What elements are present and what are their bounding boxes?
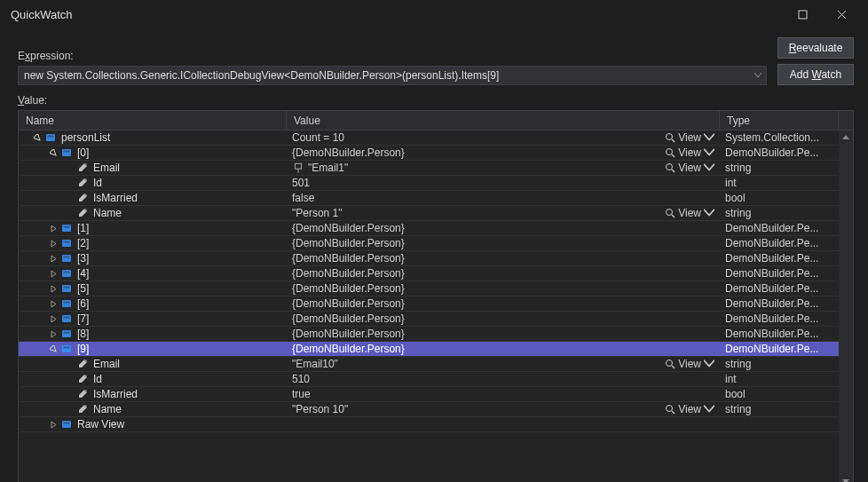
expression-dropdown-icon[interactable] <box>750 73 766 78</box>
table-row[interactable]: [7]{DemoNBuilder.Person}DemoNBuilder.Pe.… <box>19 312 853 327</box>
row-name: Email <box>91 162 120 174</box>
svg-rect-22 <box>62 285 71 292</box>
expression-combo[interactable] <box>18 66 767 85</box>
row-name: [7] <box>75 312 89 325</box>
row-value[interactable]: {DemoNBuilder.Person} <box>292 343 720 355</box>
row-name: [1] <box>75 222 89 234</box>
object-icon <box>59 417 74 431</box>
svg-rect-39 <box>64 423 70 424</box>
chevron-right-icon[interactable] <box>47 418 59 431</box>
table-row[interactable]: Email"Email1"Viewstring <box>19 161 853 176</box>
svg-rect-31 <box>64 347 70 349</box>
chevron-right-icon[interactable] <box>47 237 59 249</box>
table-row[interactable]: IsMarriedfalsebool <box>19 191 853 206</box>
row-value[interactable]: true <box>292 388 720 400</box>
chevron-down-icon[interactable] <box>31 131 43 144</box>
svg-point-9 <box>667 164 673 170</box>
chevron-right-icon[interactable] <box>47 297 59 310</box>
row-value[interactable]: Count = 10 <box>292 131 665 144</box>
scroll-up-icon[interactable] <box>839 130 853 145</box>
row-value[interactable]: {DemoNBuilder.Person} <box>292 328 720 340</box>
table-row[interactable]: personListCount = 10ViewSystem.Collectio… <box>19 130 853 146</box>
svg-rect-14 <box>62 225 71 232</box>
pin-icon[interactable] <box>292 162 304 174</box>
wrench-icon <box>75 176 90 190</box>
chevron-down-icon[interactable] <box>47 146 59 159</box>
svg-rect-2 <box>48 136 54 138</box>
col-type[interactable]: Type <box>720 111 839 130</box>
row-value[interactable]: "Person 10" <box>292 403 665 415</box>
row-value[interactable]: {DemoNBuilder.Person} <box>292 282 720 295</box>
chevron-down-icon[interactable] <box>47 343 59 355</box>
view-visualizer-button[interactable]: View <box>665 131 720 144</box>
view-visualizer-button[interactable]: View <box>665 146 720 159</box>
value-label: Value: <box>18 94 854 107</box>
svg-point-36 <box>84 405 86 407</box>
chevron-right-icon[interactable] <box>47 328 59 340</box>
table-row[interactable]: IsMarriedtruebool <box>19 387 853 402</box>
row-value[interactable]: {DemoNBuilder.Person} <box>292 267 720 280</box>
spacer <box>63 162 75 174</box>
row-value[interactable]: {DemoNBuilder.Person} <box>292 146 665 159</box>
row-value[interactable]: {DemoNBuilder.Person} <box>292 222 720 234</box>
scroll-down-icon[interactable] <box>839 475 853 482</box>
row-name: [6] <box>75 297 89 310</box>
spacer <box>63 373 75 385</box>
row-value[interactable]: 501 <box>292 177 720 189</box>
view-visualizer-button[interactable]: View <box>665 162 720 174</box>
row-value[interactable]: {DemoNBuilder.Person} <box>292 237 720 249</box>
row-value[interactable]: 510 <box>292 373 720 385</box>
maximize-button[interactable] <box>783 1 822 28</box>
add-watch-button[interactable]: Add Watch <box>777 64 854 85</box>
table-row[interactable]: [3]{DemoNBuilder.Person}DemoNBuilder.Pe.… <box>19 251 853 266</box>
table-row[interactable]: [9]{DemoNBuilder.Person}DemoNBuilder.Pe.… <box>19 342 853 357</box>
table-row[interactable]: [4]{DemoNBuilder.Person}DemoNBuilder.Pe.… <box>19 266 853 281</box>
row-type: DemoNBuilder.Pe... <box>720 296 853 311</box>
table-row[interactable]: [0]{DemoNBuilder.Person}ViewDemoNBuilder… <box>19 146 853 161</box>
table-row[interactable]: Name"Person 1"Viewstring <box>19 206 853 221</box>
col-name[interactable]: Name <box>19 111 287 130</box>
svg-point-11 <box>84 194 86 195</box>
chevron-right-icon[interactable] <box>47 282 59 295</box>
table-row[interactable]: Id501int <box>19 176 853 191</box>
svg-point-6 <box>667 149 673 155</box>
table-row[interactable]: [2]{DemoNBuilder.Person}DemoNBuilder.Pe.… <box>19 236 853 251</box>
row-value[interactable]: {DemoNBuilder.Person} <box>292 297 720 310</box>
view-visualizer-button[interactable]: View <box>665 403 720 415</box>
wrench-icon <box>75 372 90 386</box>
row-value[interactable]: "Person 1" <box>292 207 665 219</box>
table-row[interactable]: [6]{DemoNBuilder.Person}DemoNBuilder.Pe.… <box>19 296 853 312</box>
svg-rect-19 <box>64 257 70 258</box>
row-type: DemoNBuilder.Pe... <box>720 266 853 281</box>
row-value[interactable]: {DemoNBuilder.Person} <box>292 252 720 265</box>
table-row[interactable]: [8]{DemoNBuilder.Person}DemoNBuilder.Pe.… <box>19 327 853 342</box>
wrench-icon <box>75 402 90 416</box>
reevaluate-button[interactable]: Reevaluate <box>777 37 854 59</box>
table-row[interactable]: [5]{DemoNBuilder.Person}DemoNBuilder.Pe.… <box>19 281 853 296</box>
object-icon <box>59 146 74 160</box>
table-row[interactable]: Raw View <box>19 417 853 432</box>
wrench-icon <box>75 161 90 175</box>
spacer <box>63 207 75 219</box>
table-row[interactable]: Name"Person 10"Viewstring <box>19 402 853 417</box>
view-visualizer-button[interactable]: View <box>665 358 720 370</box>
chevron-right-icon[interactable] <box>47 267 59 280</box>
col-value[interactable]: Value <box>287 111 720 130</box>
row-value[interactable]: false <box>292 192 720 204</box>
expression-input[interactable] <box>19 67 750 84</box>
chevron-right-icon[interactable] <box>47 312 59 325</box>
svg-point-35 <box>84 390 86 391</box>
chevron-right-icon[interactable] <box>47 252 59 265</box>
close-button[interactable] <box>822 1 861 28</box>
row-value[interactable]: "Email10" <box>292 358 665 370</box>
chevron-right-icon[interactable] <box>47 222 59 234</box>
table-row[interactable]: Email"Email10"Viewstring <box>19 357 853 372</box>
row-value[interactable]: "Email1" <box>308 162 665 174</box>
row-value[interactable]: {DemoNBuilder.Person} <box>292 312 720 325</box>
table-row[interactable]: Id510int <box>19 372 853 387</box>
table-row[interactable]: [1]{DemoNBuilder.Person}DemoNBuilder.Pe.… <box>19 221 853 236</box>
view-visualizer-button[interactable]: View <box>665 207 720 219</box>
vertical-scrollbar[interactable] <box>839 130 853 482</box>
svg-rect-18 <box>62 255 71 262</box>
svg-rect-21 <box>64 272 70 273</box>
